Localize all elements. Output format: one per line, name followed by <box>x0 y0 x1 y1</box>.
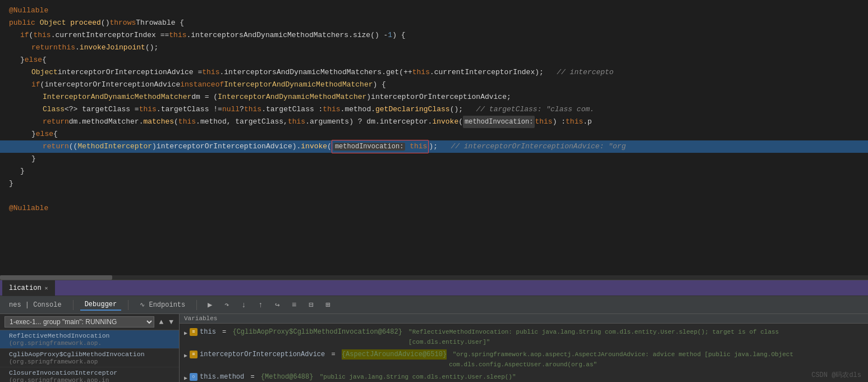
code-line: Object interceptorOrInterceptionAdvice =… <box>0 66 868 79</box>
code-line: } else { <box>0 54 868 66</box>
expand-arrow[interactable]: ▶ <box>184 374 187 382</box>
highlighted-code-line: return (( MethodInterceptor )interceptor… <box>0 140 868 153</box>
expand-arrow[interactable]: ▶ <box>184 329 187 339</box>
purple-tab-bar: lication ✕ <box>0 280 868 296</box>
var-icon-field: ○ <box>190 373 198 381</box>
code-editor: @Nullable public Object proceed () throw… <box>0 0 868 275</box>
tab-application[interactable]: lication ✕ <box>2 280 55 296</box>
thread-selector: 1-exec-1... group "main": RUNNING ▲ ▼ <box>0 314 179 330</box>
run-to-cursor-button[interactable]: ↪ <box>271 299 283 311</box>
step-into-button[interactable]: ↓ <box>237 299 250 311</box>
threads-button[interactable]: ⊞ <box>322 299 334 311</box>
watermark: CSDN @码农dls <box>811 370 861 380</box>
code-line: public Object proceed () throws Throwabl… <box>0 17 868 29</box>
endpoints-icon: ∿ <box>140 302 145 308</box>
code-line <box>0 190 868 202</box>
variable-method: ▶ ○ this.method = {Method@6488} "public … <box>180 371 868 382</box>
code-line: @Nullable <box>0 4 868 17</box>
code-line: } <box>0 165 868 178</box>
var-icon-field: ≡ <box>190 351 198 358</box>
frame-item-0[interactable]: ReflectiveMethodInvocation (org.springfr… <box>0 330 179 349</box>
code-line: InterceptorAndDynamicMethodMatcher dm = … <box>0 91 868 103</box>
code-scrollbar[interactable] <box>0 275 868 280</box>
code-line: } <box>0 178 868 190</box>
bottom-panel: lication ✕ nes | Console Debugger ∿ Endp… <box>0 280 868 382</box>
variable-interceptor: ▶ ≡ interceptorOrInterceptionAdvice = {A… <box>180 348 868 371</box>
code-line: return this . invokeJoinpoint (); <box>0 42 868 54</box>
code-line: if (interceptorOrInterceptionAdvice inst… <box>0 79 868 91</box>
thread-select[interactable]: 1-exec-1... group "main": RUNNING <box>4 316 154 328</box>
frames-button[interactable]: ⊟ <box>305 299 317 311</box>
evaluate-button[interactable]: ≡ <box>288 299 300 311</box>
toolbar-separator <box>128 300 128 310</box>
annotation: @Nullable <box>9 4 48 17</box>
variables-header: Variables <box>180 314 868 324</box>
code-line: Class <?> targetClass = this .targetClas… <box>0 103 868 116</box>
frame-item-1[interactable]: CglibAopProxy$CglibMethodInvocation (org… <box>0 349 179 367</box>
expand-arrow[interactable]: ▶ <box>184 351 187 361</box>
tab-close-icon[interactable]: ✕ <box>45 285 48 292</box>
tab-endpoints[interactable]: ∿ Endpoints <box>135 300 190 310</box>
tab-debugger[interactable]: Debugger <box>80 299 122 311</box>
thread-up-button[interactable]: ▲ <box>158 317 164 328</box>
variable-list: ▶ ≡ this = {CglibAopProxy$CglibMethodInv… <box>180 324 868 382</box>
thread-panel: 1-exec-1... group "main": RUNNING ▲ ▼ Re… <box>0 314 180 382</box>
variable-this: ▶ ≡ this = {CglibAopProxy$CglibMethodInv… <box>180 326 868 348</box>
frame-item-2[interactable]: ClosureInvocationInterceptor (org.spring… <box>0 367 179 382</box>
debug-toolbar: nes | Console Debugger ∿ Endpoints ▶ ↷ ↓… <box>0 296 868 314</box>
code-line: } else { <box>0 128 868 140</box>
code-scrollbar-thumb[interactable] <box>0 275 112 280</box>
toolbar-separator <box>196 300 197 310</box>
red-box-hint: methodInvocation: this <box>332 140 429 153</box>
tab-label: lication <box>9 284 42 292</box>
debug-content: 1-exec-1... group "main": RUNNING ▲ ▼ Re… <box>0 314 868 382</box>
tab-console[interactable]: nes | Console <box>4 300 66 310</box>
toolbar-separator <box>73 300 74 310</box>
code-line: } <box>0 153 868 165</box>
step-over-button[interactable]: ↷ <box>221 299 233 311</box>
variables-panel: Variables ▶ ≡ this = {CglibAopProxy$Cgli… <box>180 314 868 382</box>
code-line: @Nullable <box>0 202 868 215</box>
step-out-button[interactable]: ↑ <box>254 299 267 311</box>
resume-button[interactable]: ▶ <box>204 299 216 311</box>
frame-list: ReflectiveMethodInvocation (org.springfr… <box>0 330 179 382</box>
code-line: return dm.methodMatcher. matches ( this … <box>0 116 868 128</box>
thread-down-button[interactable]: ▼ <box>168 317 174 328</box>
var-icon-field: ≡ <box>190 328 198 336</box>
code-line: if ( this .currentInterceptorIndex == th… <box>0 29 868 42</box>
annotation: @Nullable <box>9 202 48 215</box>
